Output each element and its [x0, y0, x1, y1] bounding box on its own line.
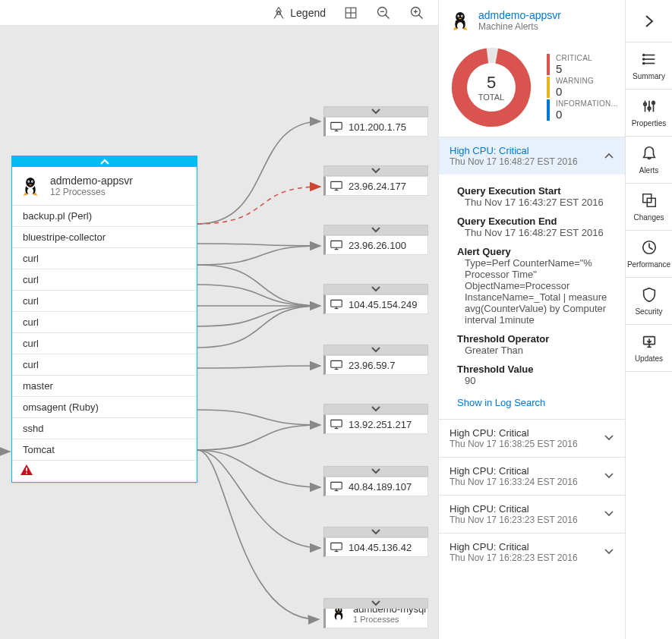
alert-header[interactable]: High CPU: Critical Thu Nov 17 16:48:27 E…	[439, 137, 625, 175]
monitor-icon	[330, 481, 342, 492]
zoom-in-button[interactable]	[409, 5, 424, 20]
process-row[interactable]: backup.pl (Perl)	[12, 206, 197, 227]
node-ip: 104.45.154.249	[349, 299, 417, 310]
process-row[interactable]: bluestripe-collector	[12, 227, 197, 248]
node-ip: 101.200.1.75	[349, 121, 406, 133]
map-toolbar: Legend	[0, 0, 438, 26]
node-collapse[interactable]	[323, 225, 428, 235]
process-row[interactable]: curl	[12, 312, 197, 333]
node-body[interactable]: 23.96.24.177	[323, 176, 428, 196]
target-node[interactable]: 13.92.251.217	[323, 404, 428, 434]
svg-point-58	[642, 55, 644, 56]
process-row[interactable]: curl	[12, 269, 197, 291]
process-row[interactable]: master	[12, 376, 197, 397]
alert-header[interactable]: High CPU: CriticalThu Nov 17 16:23:23 ES…	[439, 496, 625, 533]
process-row[interactable]: curl	[12, 333, 197, 354]
chevron-down-icon	[371, 108, 381, 115]
node-body[interactable]: 40.84.189.107	[323, 477, 428, 496]
severity-warning[interactable]: WARNING 0	[547, 77, 618, 98]
chevron-right-icon	[642, 14, 657, 29]
fit-screen-button[interactable]	[344, 6, 358, 20]
source-server-card[interactable]: admdemo-appsvr 12 Processes backup.pl (P…	[11, 156, 197, 483]
alert-header[interactable]: High CPU: CriticalThu Nov 17 16:28:23 ES…	[439, 534, 625, 571]
process-row[interactable]: Tomcat	[12, 439, 197, 461]
alerts-icon	[641, 145, 658, 163]
chevron-down-icon	[371, 600, 381, 607]
target-node[interactable]: 23.96.26.100	[323, 225, 428, 255]
node-collapse[interactable]	[323, 345, 428, 355]
legend-button[interactable]: Legend	[272, 6, 326, 20]
alert-field-key: Query Execution Start	[457, 185, 614, 197]
process-row[interactable]: curl	[12, 354, 197, 376]
rail-label: Changes	[633, 213, 664, 222]
rail-tab-updates[interactable]: Updates	[626, 325, 672, 372]
svg-point-16	[27, 187, 33, 194]
rail-tab-security[interactable]: Security	[626, 278, 672, 325]
severity-critical[interactable]: CRITICAL 5	[547, 54, 618, 75]
monitor-icon	[330, 360, 342, 370]
target-machine-node[interactable]: admdemo-mysql 1 Processes	[323, 598, 428, 628]
chevron-down-icon	[371, 405, 381, 413]
node-body[interactable]: 104.45.154.249	[323, 294, 428, 314]
alert-header[interactable]: High CPU: CriticalThu Nov 17 16:38:25 ES…	[439, 420, 625, 457]
alert-field-value: Type=Perf CounterName="% Processor Time"…	[457, 257, 614, 326]
node-collapse[interactable]	[323, 284, 428, 294]
node-collapse[interactable]	[323, 404, 428, 414]
node-body[interactable]: 13.92.251.217	[323, 414, 428, 434]
dependency-map-canvas[interactable]: Legend admdemo-appsv	[0, 0, 438, 639]
alert-header[interactable]: High CPU: CriticalThu Nov 17 16:33:24 ES…	[439, 458, 625, 495]
rail-expand-button[interactable]	[626, 0, 672, 42]
node-collapse[interactable]	[323, 527, 428, 537]
process-row[interactable]: curl	[12, 248, 197, 269]
node-body[interactable]: 101.200.1.75	[323, 117, 428, 137]
rail-tab-performance[interactable]: Performance	[626, 231, 672, 278]
rail-label: Summary	[633, 72, 665, 80]
alert-field-value: Thu Nov 17 16:48:27 EST 2016	[457, 227, 614, 238]
monitor-icon	[330, 181, 342, 191]
rail-tab-changes[interactable]: Changes	[626, 184, 672, 231]
target-node[interactable]: 104.45.136.42	[323, 527, 428, 557]
node-body[interactable]: 23.96.26.100	[323, 235, 428, 255]
machine-node-collapse[interactable]	[323, 598, 428, 609]
svg-point-14	[28, 181, 29, 182]
target-node[interactable]: 101.200.1.75	[323, 106, 428, 137]
card-collapse-bar[interactable]	[12, 156, 197, 167]
panel-title: admdemo-appsvr	[478, 9, 561, 21]
svg-rect-37	[331, 482, 342, 489]
process-row[interactable]: curl	[12, 291, 197, 312]
svg-point-59	[642, 58, 644, 60]
target-node[interactable]: 40.84.189.107	[323, 466, 428, 496]
rail-tab-alerts[interactable]: Alerts	[626, 137, 672, 184]
svg-line-8	[419, 14, 423, 18]
alert-title: High CPU: Critical	[450, 465, 578, 477]
rail-label: Alerts	[639, 166, 659, 175]
alerts-summary-chart: 5 TOTAL CRITICAL 5 WARNING 0	[439, 41, 625, 137]
zoom-out-button[interactable]	[376, 5, 391, 20]
chevron-down-icon	[371, 285, 381, 293]
alert-time: Thu Nov 17 16:33:24 EST 2016	[450, 477, 578, 487]
svg-point-47	[456, 12, 465, 22]
rail-label: Security	[635, 307, 662, 316]
svg-rect-34	[331, 420, 342, 427]
severity-info[interactable]: INFORMATION... 0	[547, 99, 618, 121]
svg-rect-28	[331, 300, 342, 307]
alert-title: High CPU: Critical	[450, 541, 578, 552]
process-row[interactable]: omsagent (Ruby)	[12, 397, 197, 418]
node-collapse[interactable]	[323, 466, 428, 477]
target-node[interactable]: 23.96.59.7	[323, 345, 428, 375]
process-row[interactable]: sshd	[12, 418, 197, 439]
node-collapse[interactable]	[323, 106, 428, 117]
panel-header: admdemo-appsvr Machine Alerts	[439, 0, 625, 41]
node-body[interactable]: 23.96.59.7	[323, 355, 428, 375]
rail-tab-properties[interactable]: Properties	[626, 90, 672, 137]
rail-tab-summary[interactable]: Summary	[626, 42, 672, 90]
target-node[interactable]: 104.45.154.249	[323, 284, 428, 314]
alert-time: Thu Nov 17 16:28:23 EST 2016	[450, 552, 578, 563]
node-body[interactable]: 104.45.136.42	[323, 537, 428, 557]
node-collapse[interactable]	[323, 165, 428, 176]
node-ip: 40.84.189.107	[349, 481, 412, 493]
alert-field-key: Alert Query	[457, 246, 614, 257]
target-node[interactable]: 23.96.24.177	[323, 165, 428, 196]
alert-title: High CPU: Critical	[450, 145, 578, 156]
show-in-log-search-link[interactable]: Show in Log Search	[457, 397, 614, 408]
